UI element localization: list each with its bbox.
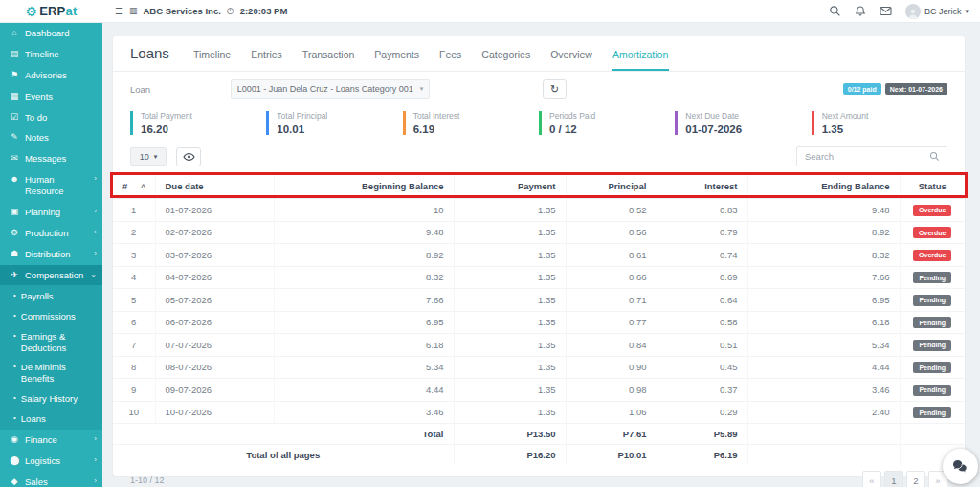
- column-visibility-button[interactable]: [176, 147, 201, 166]
- brand-name: ERPat: [39, 4, 77, 18]
- tab-entries[interactable]: Entries: [250, 43, 283, 71]
- pagination: «12»: [859, 471, 947, 487]
- status-badge: Pending: [913, 362, 951, 373]
- column-header-principal[interactable]: Principal: [566, 174, 657, 199]
- tab-overview[interactable]: Overview: [549, 43, 593, 71]
- status-badge: Pending: [913, 317, 951, 328]
- cell-n: 7: [113, 334, 155, 357]
- table-search: [796, 146, 947, 166]
- cell-due_date: 03-07-2026: [155, 244, 274, 267]
- total-label: Total of all pages: [113, 445, 454, 466]
- column-header-number[interactable]: #^: [113, 174, 155, 199]
- tab-amortization[interactable]: Amortization: [612, 43, 669, 71]
- stat-total-payment: Total Payment16.20: [130, 111, 258, 135]
- tab-fees[interactable]: Fees: [438, 43, 462, 71]
- cell-ending_balance: 8.32: [747, 244, 900, 267]
- mail-envelope-icon[interactable]: [880, 6, 892, 16]
- sidebar-item-finance[interactable]: ◉Finance›: [0, 430, 102, 451]
- notifications-bell-icon[interactable]: [855, 5, 866, 17]
- status-badge: Overdue: [913, 205, 951, 216]
- user-name: BC Jerick: [924, 7, 962, 16]
- column-header-status[interactable]: Status: [900, 174, 965, 199]
- total-payment: P16.20: [454, 445, 566, 466]
- status-badge: Pending: [913, 385, 951, 396]
- column-header-beginning-balance[interactable]: Beginning Balance: [274, 174, 454, 199]
- total-interest: P6.19: [657, 445, 747, 466]
- sidebar-item-sales[interactable]: ◆Sales›: [0, 472, 102, 487]
- cell-due_date: 01-07-2026: [155, 199, 274, 222]
- sidebar-subitem-commissions[interactable]: •Commissions: [0, 306, 102, 326]
- sidebar-item-messages[interactable]: ✉Messages: [0, 148, 102, 169]
- cell-payment: 1.35: [454, 334, 566, 357]
- cell-due_date: 02-07-2026: [155, 221, 274, 244]
- cell-status: Pending: [900, 266, 965, 289]
- sidebar-item-human-resource[interactable]: ☻Human Resource›: [0, 169, 102, 202]
- bullet-icon: •: [13, 311, 16, 321]
- sidebar-subitem-loans[interactable]: •Loans: [0, 410, 102, 430]
- search-icon[interactable]: [829, 5, 841, 17]
- tab-categories[interactable]: Categories: [480, 43, 531, 71]
- cell-n: 3: [113, 244, 155, 267]
- cell-interest: 0.29: [657, 401, 747, 424]
- sidebar-item-distribution[interactable]: ☗Distribution›: [0, 244, 102, 265]
- sidebar-item-production[interactable]: ⚙Production›: [0, 223, 102, 244]
- tab-payments[interactable]: Payments: [373, 43, 420, 71]
- advisories-icon: ⚑: [9, 70, 20, 80]
- sidebar-item-to-do[interactable]: ☑To do: [0, 107, 102, 128]
- timeline-icon: ▤: [9, 49, 20, 59]
- clock-icon: ◷: [227, 7, 234, 15]
- cell-status: Pending: [900, 356, 965, 379]
- page-prev-button[interactable]: «: [862, 471, 881, 487]
- loan-selector-row: Loan L0001 - Juan Dela Cruz - Loans Cate…: [113, 72, 965, 106]
- chat-fab-button[interactable]: [943, 449, 978, 484]
- column-header-payment[interactable]: Payment: [454, 174, 566, 199]
- sidebar-subitem-salary-history[interactable]: •Salary History: [0, 389, 102, 410]
- loan-label: Loan: [130, 84, 212, 95]
- sidebar-subitem-earnings-deductions[interactable]: •Earnings & Deductions: [0, 326, 102, 358]
- column-header-interest[interactable]: Interest: [657, 174, 747, 199]
- page-1-button[interactable]: 1: [884, 471, 903, 487]
- chevron-icon: ›: [94, 174, 97, 184]
- column-header-due-date[interactable]: Due date: [155, 174, 274, 199]
- sidebar-item-notes[interactable]: ✎Notes: [0, 127, 102, 148]
- cell-payment: 1.35: [454, 266, 566, 289]
- loan-select[interactable]: L0001 - Juan Dela Cruz - Loans Category …: [231, 79, 430, 99]
- brand-gear-icon: ⚙: [26, 5, 38, 18]
- sidebar-toggle-icon[interactable]: ☰: [115, 7, 123, 16]
- cell-principal: 0.66: [566, 266, 657, 289]
- table-row: 606-07-20266.951.350.770.586.18Pending: [113, 311, 965, 334]
- status-badge: Pending: [913, 272, 951, 283]
- column-header-ending-balance[interactable]: Ending Balance: [747, 174, 900, 199]
- sidebar-item-dashboard[interactable]: ⌂Dashboard: [0, 23, 102, 44]
- cell-ending_balance: 7.66: [747, 266, 900, 289]
- cell-ending_balance: 5.34: [747, 334, 900, 357]
- sidebar-item-events[interactable]: ▦Events: [0, 86, 102, 107]
- avatar: [905, 4, 921, 19]
- table-row: 404-07-20268.321.350.660.697.66Pending: [113, 266, 965, 289]
- tab-timeline[interactable]: Timeline: [192, 43, 232, 71]
- cell-n: 9: [113, 379, 155, 402]
- cell-payment: 1.35: [454, 244, 566, 267]
- brand-logo[interactable]: ⚙ ERPat: [0, 0, 102, 22]
- refresh-button[interactable]: ↻: [543, 79, 567, 99]
- chevron-icon: ›: [94, 207, 97, 216]
- cell-status: Pending: [900, 289, 965, 312]
- sidebar-item-compensation[interactable]: ✈Compensation⌄: [0, 265, 102, 286]
- sort-icon: ^: [141, 183, 145, 191]
- search-icon[interactable]: [929, 151, 940, 162]
- cell-status: Pending: [900, 401, 965, 424]
- sidebar-item-advisories[interactable]: ⚑Advisories: [0, 65, 102, 86]
- page-2-button[interactable]: 2: [906, 471, 925, 487]
- page-size-select[interactable]: 10 ▾: [130, 147, 167, 166]
- search-input[interactable]: [805, 151, 929, 162]
- sidebar-item-planning[interactable]: ▣Planning›: [0, 202, 102, 223]
- sidebar-item-timeline[interactable]: ▤Timeline: [0, 44, 102, 65]
- cell-beginning_balance: 8.32: [274, 266, 454, 289]
- sidebar-subitem-payrolls[interactable]: •Payrolls: [0, 286, 102, 306]
- sidebar-item-logistics[interactable]: ⬤Logistics›: [0, 451, 102, 472]
- user-menu[interactable]: BC Jerick ▾: [905, 4, 969, 19]
- cell-interest: 0.45: [657, 356, 747, 379]
- tab-transaction[interactable]: Transaction: [301, 43, 355, 71]
- sidebar-subitem-de-minimis-benefits[interactable]: •De Minimis Benefits: [0, 358, 102, 389]
- card-footer: 1-10 / 12 «12»: [113, 465, 965, 487]
